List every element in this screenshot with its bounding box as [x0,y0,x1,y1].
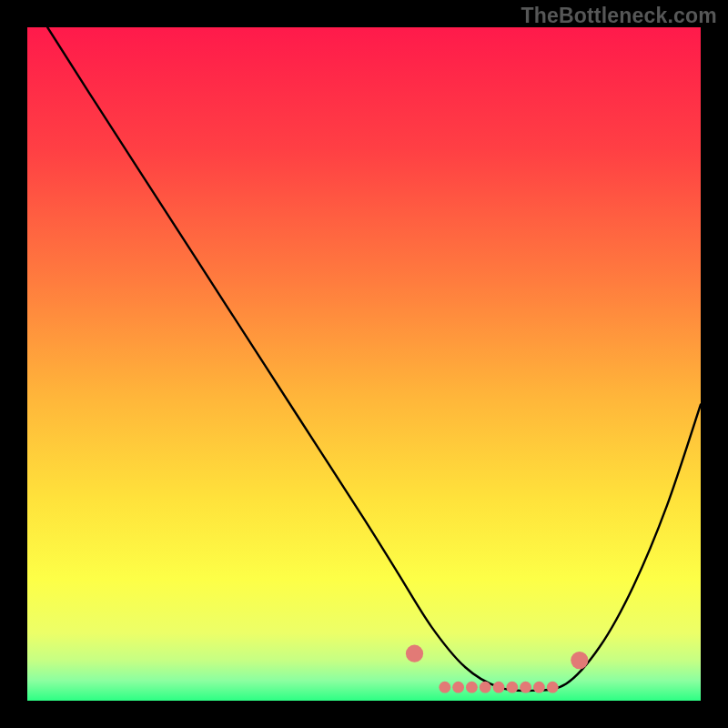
flat-zone-cap-left [406,645,423,662]
flat-zone-dot [533,682,545,693]
flat-zone-dot [493,682,505,693]
flat-zone-dot [439,682,450,693]
flat-zone-dot [480,682,491,693]
flat-zone-dot [466,682,478,693]
watermark-text: TheBottleneck.com [521,4,717,28]
flat-zone-dot [452,682,464,693]
chart-background-gradient [27,27,701,701]
flat-zone-dot [506,682,518,693]
chart-svg [27,27,701,701]
flat-zone-dot [520,682,531,693]
chart-plot-area [27,27,701,701]
flat-zone-cap-right [571,652,588,669]
chart-frame: TheBottleneck.com [0,0,728,728]
flat-zone-dot [547,682,559,693]
